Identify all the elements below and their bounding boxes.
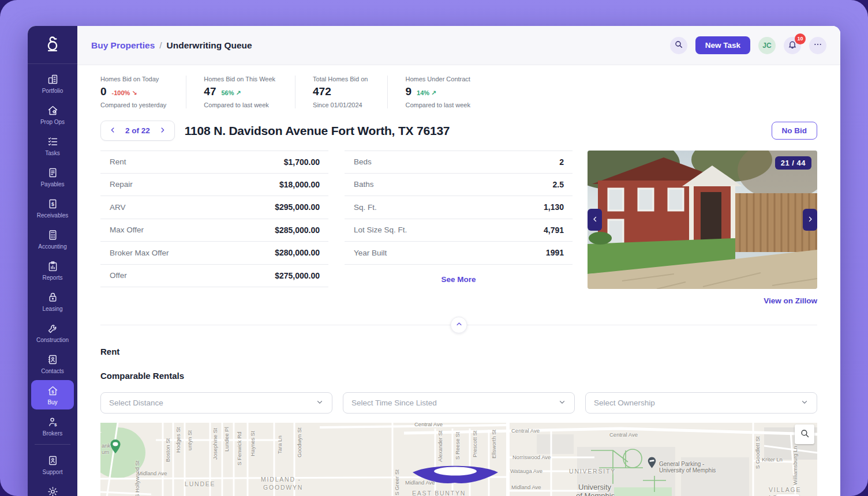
comps-map[interactable]: S Hollywood StBoston StHodges Stuntyn St… <box>100 423 817 496</box>
breadcrumb-buy-properties[interactable]: Buy Properties <box>91 40 155 51</box>
map-street-label: Norriswood Ave <box>512 454 551 460</box>
row-label: Broker Max Offer <box>110 249 169 257</box>
sidebar-item-receivables[interactable]: $Receivables <box>31 193 74 223</box>
tasks-icon <box>47 136 59 148</box>
search-button[interactable] <box>670 37 687 54</box>
see-more-link[interactable]: See More <box>345 275 573 284</box>
map-street-label: S Goodlett St <box>754 436 761 469</box>
property-detail-grid: Rent$1,700.00Repair$18,000.00ARV$295,000… <box>100 151 817 305</box>
map-street-label: untyn St <box>186 430 193 450</box>
sidebar-item-support[interactable]: Support <box>31 450 74 479</box>
map-street-label: Midland Ave <box>137 470 167 476</box>
property-photo: 21 / 44 <box>588 151 817 289</box>
sidebar-item-reports[interactable]: Reports <box>31 255 74 285</box>
row-label: ARV <box>110 203 126 212</box>
sidebar-item-contacts[interactable]: Contacts <box>31 349 74 378</box>
map-street-label: Lundee Pl <box>223 427 230 452</box>
brokers-icon: $ <box>47 416 59 428</box>
sidebar-item-payables[interactable]: Payables <box>31 162 74 191</box>
row-label: Sq. Ft. <box>354 203 377 212</box>
topbar: Buy Properties / Underwriting Queue New … <box>77 26 840 65</box>
map-street-label: Central Ave <box>414 423 443 427</box>
stat-card: Homes Bid on Today0-100% ↘Compared to ye… <box>100 76 186 108</box>
map-place-label: University of Memphis <box>659 467 716 474</box>
select-ownership-dropdown[interactable]: Select Ownership <box>585 392 817 414</box>
sidebar: PortfolioProp OpsTasksPayables$Receivabl… <box>28 26 77 496</box>
table-row: Sq. Ft.1,130 <box>345 196 573 219</box>
map-place-label: of Memphis <box>576 491 615 496</box>
main-area: Buy Properties / Underwriting Queue New … <box>77 26 840 496</box>
select-distance-dropdown[interactable]: Select Distance <box>100 392 332 414</box>
accounting-icon <box>47 229 59 241</box>
map-area-label: LUNDEE <box>185 480 215 487</box>
map-area-label: UNIVERSITY <box>569 468 616 475</box>
map-street-label: S Reese St <box>454 432 461 460</box>
row-value: 4,791 <box>544 226 564 235</box>
svg-text:$: $ <box>51 201 54 207</box>
chevron-left-icon <box>592 216 598 224</box>
row-value: $295,000.00 <box>275 202 320 212</box>
row-value: 1991 <box>546 248 564 257</box>
construction-icon <box>47 322 59 335</box>
select-time-since-listed-dropdown[interactable]: Select Time Since Listed <box>343 392 575 414</box>
pager-next-button[interactable] <box>158 125 167 137</box>
support-icon <box>47 454 59 467</box>
sidebar-item-label: Brokers <box>43 430 62 437</box>
notifications-button[interactable]: 10 <box>784 37 801 54</box>
photo-next-button[interactable] <box>803 209 817 231</box>
stat-sublabel: Compared to yesterday <box>100 102 166 108</box>
table-row: ARV$295,000.00 <box>100 196 328 219</box>
table-row: Year Built1991 <box>345 242 573 265</box>
parking-pin-icon[interactable] <box>646 456 657 471</box>
view-on-zillow-link[interactable]: View on Zillow <box>588 296 817 305</box>
more-menu-button[interactable] <box>809 37 826 54</box>
pager-prev-button[interactable] <box>108 125 118 137</box>
stat-sublabel: Compared to last week <box>405 102 470 108</box>
stat-value: 47 <box>204 85 216 98</box>
pager: 2 of 22 <box>100 121 175 141</box>
photo-counter-badge: 21 / 44 <box>775 156 811 170</box>
no-bid-button[interactable]: No Bid <box>772 122 818 140</box>
map-street-label: Kriter Ln <box>762 456 783 463</box>
stat-card: Homes Under Contract914% ↗Compared to la… <box>387 76 490 108</box>
app-window: PortfolioProp OpsTasksPayables$Receivabl… <box>28 26 840 496</box>
map-street-label: Williamsburg Ln <box>792 446 798 485</box>
svg-text:$: $ <box>51 389 54 394</box>
park-pin-icon[interactable] <box>108 439 122 456</box>
map-street-label: Boston St <box>164 438 171 462</box>
collapse-button[interactable] <box>451 317 467 333</box>
settings-icon <box>47 486 59 496</box>
chevron-down-icon <box>316 398 324 408</box>
sidebar-item-accounting[interactable]: Accounting <box>31 224 74 254</box>
select-placeholder: Select Ownership <box>594 399 655 407</box>
sidebar-item-tasks[interactable]: Tasks <box>31 131 74 160</box>
magnifier-icon <box>800 429 810 440</box>
pager-count: 2 of 22 <box>125 126 150 135</box>
sidebar-item-settings[interactable] <box>31 481 74 496</box>
table-row: Broker Max Offer$280,000.00 <box>100 242 328 265</box>
sidebar-item-label: Reports <box>42 275 62 281</box>
sidebar-item-buy[interactable]: $Buy <box>31 380 74 409</box>
chevron-up-icon <box>455 321 462 329</box>
sidebar-item-leasing[interactable]: Leasing <box>31 287 74 316</box>
sidebar-item-portfolio[interactable]: Portfolio <box>31 69 74 98</box>
contacts-icon <box>47 354 59 366</box>
table-row: Offer$275,000.00 <box>100 265 328 288</box>
portfolio-icon <box>47 73 59 85</box>
sidebar-item-construction[interactable]: Construction <box>31 318 74 347</box>
sidebar-item-label: Accounting <box>38 243 66 250</box>
map-street-label: Ellsworth St <box>491 430 497 459</box>
map-area-label: EAST BUNTYN <box>412 490 466 496</box>
map-search-button[interactable] <box>795 424 814 444</box>
avatar[interactable]: JC <box>758 37 776 54</box>
new-task-button[interactable]: New Task <box>695 36 750 54</box>
goose-logo-icon <box>43 34 62 56</box>
app-logo[interactable] <box>28 26 77 64</box>
stat-delta: -100% ↘ <box>112 89 137 97</box>
stats-row: Homes Bid on Today0-100% ↘Compared to ye… <box>100 76 817 108</box>
photo-prev-button[interactable] <box>588 209 602 231</box>
map-street-label: Watauga Ave <box>510 468 542 474</box>
sidebar-divider <box>35 444 70 445</box>
sidebar-item-brokers[interactable]: $Brokers <box>31 411 74 441</box>
sidebar-item-prop-ops[interactable]: Prop Ops <box>31 100 74 129</box>
